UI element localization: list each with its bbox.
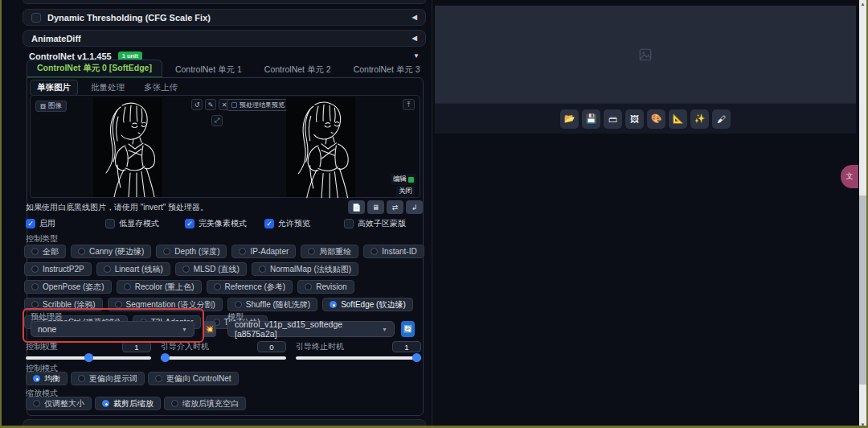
upload-image-button[interactable]: ⤒ (403, 99, 415, 110)
radio-option[interactable]: Reference (参考) (207, 280, 293, 294)
checkbox[interactable] (344, 219, 354, 228)
floating-panel-handle[interactable]: 文 (841, 165, 858, 188)
open-folder-button[interactable]: 📂 (560, 109, 579, 129)
checkbox[interactable] (264, 219, 274, 228)
radio-option[interactable]: Canny (硬边缘) (71, 245, 151, 258)
radio-option[interactable]: Segmentation (语义分割) (108, 298, 223, 311)
preview-close-button[interactable]: 关闭 (396, 186, 415, 197)
chevron-down-icon: ▼ (182, 327, 187, 332)
radio-option[interactable]: 仅调整大小 (26, 397, 92, 410)
image-source-tab[interactable]: 批量处理 (84, 80, 131, 95)
slider-value-input[interactable]: 1 (122, 341, 151, 352)
collapse-arrow-icon[interactable]: ◀ (412, 35, 417, 42)
slider-track[interactable] (26, 356, 151, 360)
option-checkbox[interactable]: 启用 (26, 218, 105, 229)
option-checkbox[interactable]: 完美像素模式 (185, 218, 264, 229)
option-checkbox[interactable]: 低显存模式 (105, 218, 185, 229)
radio-option[interactable]: Depth (深度) (156, 245, 227, 258)
slider-value-input[interactable]: 1 (392, 341, 421, 352)
scrollbar-up-arrow[interactable]: ▲ (859, 0, 866, 7)
slider-thumb[interactable] (412, 353, 421, 362)
scrollbar-thumb[interactable] (859, 195, 866, 385)
dynamic-thresholding-checkbox[interactable] (31, 13, 41, 23)
preprocessor-preview-image (286, 97, 355, 197)
send-dimensions-button[interactable]: ↲ (406, 200, 423, 214)
control-mode-options: 均衡 更偏向提示词 更偏向 ControlNet (26, 372, 239, 385)
radio-option[interactable]: Shuffle (随机洗牌) (227, 298, 317, 311)
preview-edit-button[interactable]: 编辑 (391, 174, 416, 185)
radio-option[interactable]: NormalMap (法线贴图) (252, 262, 358, 276)
radio-option[interactable]: 全部 (24, 245, 66, 258)
expand-button[interactable]: ⤢ (211, 115, 223, 126)
accordion-dynamic-thresholding[interactable]: Dynamic Thresholding (CFG Scale Fix) ◀ (23, 9, 426, 26)
edit-button[interactable]: ✎ (205, 99, 216, 110)
slider-thumb[interactable] (84, 353, 93, 362)
radio-icon (102, 400, 109, 407)
slider-track[interactable] (161, 356, 286, 360)
radio-icon (163, 248, 170, 255)
collapse-arrow-icon[interactable]: ◀ (412, 14, 417, 21)
save-zip-button[interactable]: 🗃 (604, 109, 622, 129)
run-preprocessor-button[interactable]: 💥 (203, 321, 216, 337)
image-toolbar: ↺✎✕ (191, 99, 230, 110)
send-to-img2img-button[interactable]: 🖼 (625, 109, 644, 129)
radio-option[interactable]: Instant-ID (363, 245, 424, 258)
undo-button[interactable]: ↺ (191, 99, 203, 110)
radio-option[interactable]: 更偏向 ControlNet (148, 372, 239, 385)
refresh-models-button[interactable]: 🔄 (401, 321, 415, 337)
slider-track[interactable] (296, 356, 421, 360)
radio-option[interactable]: InstructP2P (24, 262, 92, 276)
option-checkbox[interactable]: 允许预览 (264, 218, 344, 229)
send-to-extras-button[interactable]: 📐 (669, 109, 687, 129)
controlnet-unit-tab[interactable]: ControlNet 单元 2 (255, 62, 341, 78)
image-source-tab[interactable]: 单张图片 (30, 80, 78, 96)
slider-thumb[interactable] (161, 353, 170, 362)
checkbox[interactable] (105, 219, 115, 228)
output-gallery (435, 6, 856, 103)
new-canvas-button[interactable]: 📄 (348, 200, 365, 214)
radio-option[interactable]: 裁剪后缩放 (95, 397, 161, 410)
mirror-webcam-button[interactable]: ⇄ (387, 200, 403, 214)
slider-group: 引导终止时机 1 (296, 341, 421, 360)
accordion-animatediff[interactable]: AnimateDiff ◀ (23, 30, 426, 47)
radio-option[interactable]: 缩放后填充空白 (164, 397, 246, 410)
send-to-inpaint-button[interactable]: 🎨 (647, 109, 665, 129)
radio-option[interactable]: 均衡 (26, 372, 68, 385)
webcam-button[interactable]: 🖥 (367, 200, 384, 214)
option-checkbox[interactable]: 高效子区蒙版 (344, 218, 424, 229)
checkbox[interactable] (185, 219, 194, 228)
radio-option[interactable]: Recolor (重上色) (117, 280, 202, 294)
slider-value-input[interactable]: 0 (257, 341, 286, 352)
sparkles-button[interactable]: ✨ (690, 109, 709, 129)
preprocessor-dropdown[interactable]: none ▼ (31, 321, 194, 337)
radio-option[interactable]: Scribble (涂鸦) (24, 298, 103, 311)
radio-option[interactable]: 局部重绘 (301, 245, 358, 258)
radio-option[interactable]: Lineart (线稿) (96, 262, 170, 276)
controlnet-unit-tab[interactable]: ControlNet 单元 0 [SoftEdge] (27, 60, 162, 78)
image-source-tab[interactable]: 多张上传 (137, 80, 184, 95)
radio-icon (239, 248, 246, 255)
radio-option[interactable]: MLSD (直线) (175, 262, 247, 276)
resize-mode-options: 仅调整大小 裁剪后缩放 缩放后填充空白 (26, 397, 246, 410)
radio-option[interactable]: Revision (297, 280, 354, 294)
checkbox[interactable] (26, 219, 35, 228)
preview-result-button[interactable]: 预处理结果预览 (227, 99, 289, 111)
radio-option[interactable]: 更偏向提示词 (71, 372, 145, 385)
radio-icon (31, 283, 39, 290)
controlnet-unit-tab[interactable]: ControlNet 单元 1 (166, 62, 252, 78)
radio-option[interactable]: OpenPose (姿态) (24, 280, 112, 294)
canvas-tool-buttons: 📄🖥⇄↲ (348, 200, 423, 214)
controlnet-unit-tab[interactable]: ControlNet 单元 3 (344, 62, 430, 78)
animatediff-label: AnimateDiff (31, 34, 81, 43)
radio-icon (104, 265, 111, 273)
collapse-arrow-icon[interactable]: ▼ (413, 52, 420, 60)
save-image-button[interactable]: 💾 (582, 109, 600, 129)
brush-button[interactable]: 🖌 (712, 109, 731, 129)
controlnet-image-area[interactable]: 🖼 图像 ↺✎✕ ⤢ 预处理结果预览 ⤒ 编辑 关闭 (30, 95, 420, 198)
controlnet-unit-tabs: ControlNet 单元 0 [SoftEdge]ControlNet 单元 … (27, 63, 424, 78)
slider-group: 控制权重 1 (26, 341, 151, 360)
radio-option[interactable]: SoftEdge (软边缘) (322, 298, 413, 311)
model-dropdown[interactable]: control_v11p_sd15_softedge [a8575a2a] ▼ (227, 321, 395, 337)
image-widget-label: 🖼 图像 (35, 101, 67, 112)
radio-option[interactable]: IP-Adapter (231, 245, 296, 258)
